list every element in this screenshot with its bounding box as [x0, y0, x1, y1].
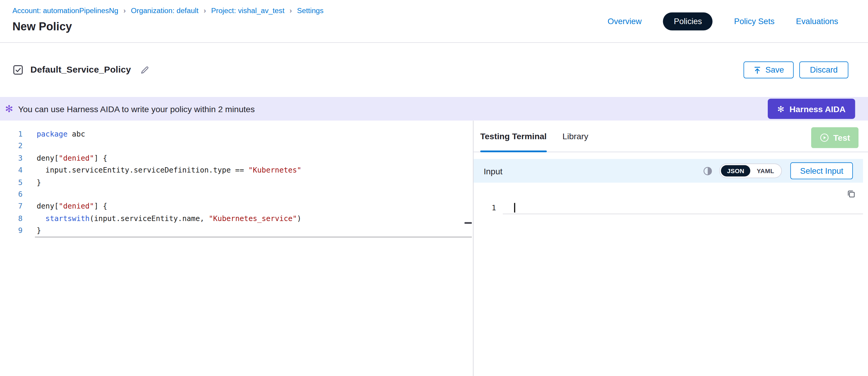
code-line[interactable]: 7deny["denied"] {: [0, 200, 473, 212]
line-number: 4: [0, 164, 23, 177]
breadcrumb: Account: automationPipelinesNg › Organiz…: [12, 6, 323, 14]
line-number: 6: [0, 188, 23, 200]
save-button[interactable]: Save: [743, 62, 794, 79]
policy-check-icon: [12, 64, 24, 75]
input-line[interactable]: 1: [473, 201, 868, 214]
aida-flower-icon: ✻: [5, 104, 13, 114]
tab-policies[interactable]: Policies: [663, 12, 713, 31]
tab-library[interactable]: Library: [562, 121, 588, 152]
policy-code-editor[interactable]: 1package abc23deny["denied"] {4 input.se…: [0, 121, 473, 376]
page-header: Account: automationPipelinesNg › Organiz…: [0, 0, 868, 43]
code-text: deny["denied"] {: [23, 200, 107, 212]
line-number: 1: [0, 128, 23, 140]
line-number: 5: [0, 176, 23, 188]
chevron-right-icon: ›: [289, 6, 292, 14]
chevron-right-icon: ›: [204, 6, 206, 14]
code-text: [23, 188, 37, 200]
line-number: 9: [0, 224, 23, 237]
code-line[interactable]: 5}: [0, 176, 473, 188]
breadcrumb-account[interactable]: Account: automationPipelinesNg: [12, 6, 118, 14]
code-line[interactable]: 8 startswith(input.serviceEntity.name, "…: [0, 212, 473, 225]
chevron-right-icon: ›: [123, 6, 126, 14]
line-number: 7: [0, 200, 23, 212]
discard-button[interactable]: Discard: [799, 62, 848, 79]
aida-banner-message: You can use Harness AIDA to write your p…: [18, 104, 255, 114]
text-cursor: [514, 202, 515, 212]
terminal-tabs: Testing Terminal Library Test: [473, 121, 868, 152]
select-input-button-label: Select Input: [800, 166, 843, 175]
code-text: startswith(input.serviceEntity.name, "Ku…: [23, 212, 301, 225]
breadcrumb-settings[interactable]: Settings: [297, 6, 323, 14]
screenshot-viewport: Account: automationPipelinesNg › Organiz…: [0, 0, 868, 376]
edit-name-button[interactable]: [141, 65, 149, 74]
code-text: deny["denied"] {: [23, 152, 107, 164]
tab-policy-sets[interactable]: Policy Sets: [734, 17, 775, 26]
code-line[interactable]: 3deny["denied"] {: [0, 152, 473, 164]
line-number: 2: [0, 140, 23, 152]
input-value: [496, 202, 515, 212]
tab-overview[interactable]: Overview: [608, 17, 642, 26]
select-input-button[interactable]: Select Input: [790, 162, 853, 179]
breadcrumb-organization[interactable]: Organization: default: [131, 6, 198, 14]
harness-aida-button[interactable]: ✻ Harness AIDA: [768, 99, 855, 119]
test-button-label: Test: [833, 133, 850, 142]
format-option-json[interactable]: JSON: [721, 165, 750, 177]
format-option-yaml[interactable]: YAML: [750, 165, 780, 177]
harness-policy-page: Account: automationPipelinesNg › Organiz…: [0, 0, 868, 376]
input-editor[interactable]: 1: [473, 183, 868, 376]
line-number: 3: [0, 152, 23, 164]
policy-name: Default_Service_Policy: [30, 65, 131, 75]
code-line[interactable]: 1package abc: [0, 128, 473, 140]
policy-toolbar: Default_Service_Policy Save Discard: [0, 43, 868, 97]
code-text: package abc: [23, 128, 85, 140]
code-text: }: [23, 176, 41, 188]
code-line[interactable]: 4 input.serviceEntity.serviceDefinition.…: [0, 164, 473, 177]
aida-banner: ✻ You can use Harness AIDA to write your…: [0, 97, 868, 121]
code-text: [23, 140, 37, 152]
save-button-label: Save: [765, 65, 784, 74]
tab-evaluations[interactable]: Evaluations: [796, 17, 838, 26]
aida-flower-icon: ✻: [777, 105, 784, 113]
contrast-circle-icon[interactable]: [703, 166, 712, 176]
code-line[interactable]: 9}: [0, 224, 473, 237]
header-nav: Overview Policies Policy Sets Evaluation…: [608, 0, 838, 43]
code-line[interactable]: 6: [0, 188, 473, 200]
test-button[interactable]: Test: [811, 127, 859, 148]
horizontal-scrollbar-thumb[interactable]: [464, 222, 472, 224]
line-number: 1: [473, 203, 496, 212]
copy-icon[interactable]: [846, 189, 856, 198]
breadcrumb-project[interactable]: Project: vishal_av_test: [211, 6, 284, 14]
line-number: 8: [0, 212, 23, 225]
code-line[interactable]: 2: [0, 140, 473, 152]
tab-testing-terminal[interactable]: Testing Terminal: [480, 121, 547, 152]
code-text: input.serviceEntity.serviceDefinition.ty…: [23, 164, 301, 177]
discard-button-label: Discard: [810, 65, 838, 74]
input-bar: Input JSON YAML Select Input: [473, 159, 863, 183]
play-circle-icon: [820, 133, 829, 142]
testing-terminal-panel: Testing Terminal Library Test Input: [473, 121, 868, 376]
harness-aida-button-label: Harness AIDA: [789, 104, 846, 114]
code-text: }: [23, 224, 41, 237]
upload-icon: [753, 66, 761, 74]
workspace: 1package abc23deny["denied"] {4 input.se…: [0, 121, 868, 376]
pencil-icon: [141, 65, 149, 74]
page-title: New Policy: [12, 20, 72, 33]
input-label: Input: [484, 166, 502, 176]
format-toggle: JSON YAML: [719, 164, 782, 178]
